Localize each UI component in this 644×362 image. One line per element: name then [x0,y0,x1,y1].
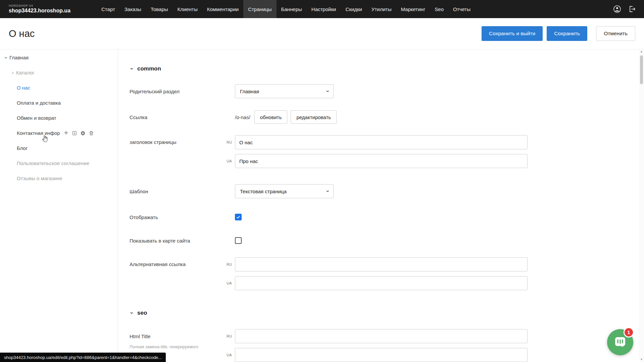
nav-reports[interactable]: Отчеты [448,0,475,18]
chat-icon [613,335,627,349]
chat-widget-button[interactable]: 1 [607,329,633,355]
lang-ru-label: RU [226,334,233,338]
save-and-exit-button[interactable]: Сохранить и выйти [482,26,543,41]
parent-section-select[interactable]: Главная › [235,84,334,98]
template-select[interactable]: Текстовая страница › [235,184,334,198]
sidebar-item-catalog[interactable]: › Каталог [0,65,118,80]
lang-ua-label: UA [226,353,233,357]
template-value: Текстовая страница [240,189,287,194]
link-update-button[interactable]: обновить [254,110,288,124]
sidebar-item-blog[interactable]: Блог [0,141,118,156]
save-button[interactable]: Сохранить [547,26,587,41]
sidebar-item-exchange-return[interactable]: Обмен и возврат [0,110,118,125]
brand-domain: shop34423.horoshop.ua [9,8,76,14]
sidebar-item-store-reviews[interactable]: Отзывы о магазине [0,171,118,186]
lang-ru-label: RU [226,262,233,266]
header-buttons: Сохранить и выйти Сохранить Отменить [478,26,635,41]
html-title-label-block: Html Title Полная замена title, генериру… [130,329,226,350]
html-title-label: Html Title [130,329,226,343]
page-title-row: заголовок страницы RU UA [130,135,631,168]
sidebar-item-about[interactable]: О нас [0,80,118,95]
add-icon[interactable] [72,131,77,136]
nav-utilities[interactable]: Утилиты [367,0,396,18]
chevron-down-icon: › [325,190,331,192]
nav-orders[interactable]: Заказы [120,0,146,18]
link-edit-button[interactable]: редактировать [291,110,337,124]
link-path: /o-nas/ [235,114,250,120]
nav-pages[interactable]: Страницы [243,0,276,18]
parent-section-row: Родительский раздел Главная › [130,84,631,98]
template-label: Шаблон [130,189,235,194]
sidebar-item-label: Обмен и возврат [17,115,56,121]
link-label: Ссылка [130,114,235,120]
brand-version: HOROSHOP V4 [9,4,76,8]
nav-products[interactable]: Товары [146,0,173,18]
page-title: О нас [9,28,35,39]
sitemap-row: Показывать в карте сайта [130,237,631,244]
nav-seo[interactable]: Seo [430,0,448,18]
sitemap-checkbox[interactable] [235,237,242,244]
html-title-ua-input[interactable] [235,348,528,362]
user-icon[interactable] [613,5,621,13]
sidebar-item-contact-info[interactable]: Контактная инфор [0,125,118,141]
sidebar-item-payment-delivery[interactable]: Оплата и доставка [0,95,118,110]
body: › Главная › Каталог О нас Оплата и доста… [0,49,644,362]
nav-start[interactable]: Старт [97,0,120,18]
display-row: Отображать [130,214,631,220]
chat-unread-badge: 1 [624,327,634,338]
alt-link-label: Альтернативная ссылка [130,257,226,271]
alt-link-row: Альтернативная ссылка RU UA [130,257,631,290]
html-title-hint: Полная замена title, генерируемого [130,345,226,350]
sidebar-item-label: Каталог [16,70,35,75]
html-title-ru-input[interactable] [235,329,528,343]
page-title-ua-input[interactable] [235,154,528,168]
display-label: Отображать [130,214,235,220]
nav-marketing[interactable]: Маркетинг [396,0,430,18]
sidebar-item-label: Главная [9,55,29,60]
status-url: shop34423.horoshop.ua/edit/edit.php?id=6… [4,355,162,360]
parent-section-label: Родительский раздел [130,89,235,94]
template-row: Шаблон Текстовая страница › [130,184,631,198]
sidebar-item-home[interactable]: › Главная [0,50,118,65]
section-common[interactable]: › common [130,65,631,72]
scroll-down-icon[interactable]: ▼ [640,357,643,362]
scrollbar[interactable]: ▲ ▼ [639,49,644,362]
section-seo[interactable]: › seo [130,310,631,316]
logout-icon[interactable] [628,5,636,13]
alt-link-ru-input[interactable] [235,257,528,271]
scroll-up-icon[interactable]: ▲ [640,49,643,54]
chevron-right-icon[interactable]: › [9,69,16,76]
pages-tree-sidebar: › Главная › Каталог О нас Оплата и доста… [0,49,118,362]
page-edit-form: › common Родительский раздел Главная › С… [118,49,644,362]
sidebar-item-label: Пользовательское соглашение [17,160,89,166]
section-common-label: common [137,65,161,72]
link-row: Ссылка /o-nas/ обновить редактировать [130,110,631,124]
chevron-down-icon[interactable]: › [3,54,9,61]
lang-ru-label: RU [226,140,233,144]
alt-link-ua-input[interactable] [235,276,528,290]
section-seo-label: seo [137,310,147,316]
display-checkbox[interactable] [235,214,242,220]
sidebar-item-label: Блог [17,145,28,151]
brand[interactable]: HOROSHOP V4 shop34423.horoshop.ua [9,4,76,13]
nav-clients[interactable]: Клиенты [173,0,202,18]
scrollbar-thumb[interactable] [640,55,643,84]
sidebar-item-user-agreement[interactable]: Пользовательское соглашение [0,156,118,171]
sitemap-label: Показывать в карте сайта [130,238,235,244]
page-title-ru-input[interactable] [235,135,528,149]
settings-icon[interactable] [80,131,86,136]
nav-discounts[interactable]: Скидки [341,0,366,18]
topbar: HOROSHOP V4 shop34423.horoshop.ua Старт … [0,0,644,18]
main-nav: Старт Заказы Товары Клиенты Комментарии … [97,0,475,18]
drag-icon[interactable] [63,131,69,136]
lang-ua-label: UA [226,281,233,285]
sidebar-item-label: Контактная инфор [17,130,60,136]
nav-banners[interactable]: Баннеры [277,0,307,18]
nav-settings[interactable]: Настройки [307,0,341,18]
cancel-button[interactable]: Отменить [596,26,635,41]
nav-comments[interactable]: Комментарии [202,0,243,18]
delete-icon[interactable] [89,131,94,136]
tree-item-actions [63,131,94,136]
sidebar-item-label: О нас [17,85,30,91]
topbar-right [613,5,636,13]
